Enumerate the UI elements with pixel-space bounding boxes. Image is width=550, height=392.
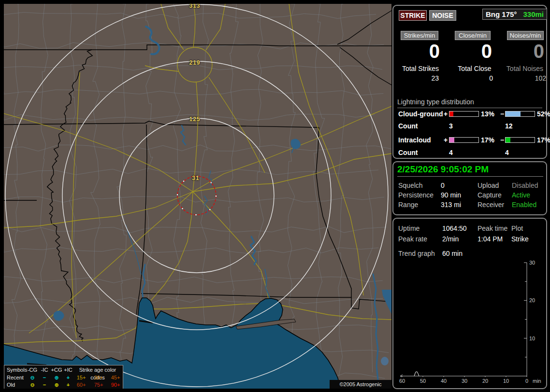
recent-neg-ic-icon: − [38, 374, 51, 381]
status-panel: 2/25/2026 9:05:02 PM Squelch 0 Upload Di… [392, 161, 547, 215]
ring-label-31: 31 [192, 175, 199, 182]
uptime-label: Uptime [398, 224, 442, 232]
close-per-min-chip[interactable]: Close/min [455, 31, 491, 40]
y-tick-10: 10 [529, 336, 535, 341]
ic-minus-bar [505, 137, 535, 143]
range-label: Range [398, 201, 441, 209]
squelch-label: Squelch [398, 182, 441, 189]
cg-minus-bar [505, 111, 535, 117]
range-value: 313 mi [441, 201, 478, 209]
plot-label: Plot [511, 224, 546, 232]
copyright-notice: ©2005 Astrogenic Systems [330, 380, 391, 389]
count-label: Count [398, 122, 444, 130]
capture-status: Active [512, 191, 547, 199]
age-45: 45+ [108, 374, 123, 381]
x-tick-20: 20 [482, 378, 488, 384]
legend-symbols-header: Symbols [7, 366, 26, 374]
strikes-per-min-value: 0 [395, 41, 440, 62]
old-neg-ic-icon: − [38, 381, 51, 389]
plus-sign: + [444, 110, 448, 118]
intracloud-label: Intracloud [398, 136, 444, 144]
x-tick-40: 40 [441, 378, 447, 384]
age-90: 90+ [108, 381, 123, 389]
cloud-ground-count-row: Count 3 12 [393, 122, 546, 130]
cg-plus-pct: 13% [481, 110, 500, 118]
total-close-label: Total Close [450, 65, 499, 72]
noises-per-min-chip[interactable]: Noises/min [507, 31, 544, 40]
plot-mode-value: Strike [511, 235, 546, 243]
y-tick-20: 20 [529, 297, 535, 303]
strike-map[interactable]: 31 125 219 313 Symbols -CG -IC +CG +IC S… [4, 4, 391, 389]
x-tick-60: 60 [399, 378, 405, 384]
peak-rate-value: 2/min [442, 235, 477, 243]
intracloud-count-row: Count 4 4 [393, 149, 546, 156]
noises-per-min-value: 0 [500, 41, 544, 62]
cg-plus-count: 3 [449, 122, 453, 130]
trend-window-value: 60 min [442, 250, 477, 257]
close-per-min-value: 0 [448, 41, 492, 62]
peak-time-label: Peak time [478, 224, 511, 232]
strikes-per-min-chip[interactable]: Strikes/min [401, 31, 438, 40]
trend-graph: 6050403020100102030 min [393, 257, 547, 389]
lightning-detector-app: 31 125 219 313 Symbols -CG -IC +CG +IC S… [0, 0, 550, 392]
old-pos-ic-icon: + [62, 381, 74, 389]
y-tick-30: 30 [529, 260, 535, 266]
trend-graph-label: Trend graph [398, 250, 442, 257]
bearing-value: Bng 175° [486, 10, 517, 18]
cg-minus-count: 12 [505, 122, 513, 130]
trend-chart-canvas [393, 257, 547, 377]
x-axis-unit: min [533, 378, 541, 384]
plus-sign: + [444, 136, 448, 144]
cloud-ground-row: Cloud-ground + 13% − 52% [393, 110, 546, 118]
recent-pos-cg-icon: ⊕ [50, 374, 63, 381]
peak-rate-label: Peak rate [398, 235, 442, 243]
cg-minus-pct: 52% [537, 110, 550, 118]
intracloud-row: Intracloud + 17% − 17% [393, 136, 546, 144]
upload-label: Upload [478, 182, 511, 189]
receiver-status: Enabled [512, 201, 547, 209]
cloud-ground-label: Cloud-ground [398, 110, 444, 118]
x-tick-50: 50 [420, 378, 426, 384]
symbol-legend: Symbols -CG -IC +CG +IC Strike age color… [4, 365, 123, 389]
recent-neg-cg-icon: ⊖ [26, 374, 39, 381]
ring-label-219: 219 [189, 59, 200, 66]
distribution-title: Lightning type distribution [397, 98, 542, 108]
trend-panel: Uptime 1064:50 Peak time Plot Peak rate … [392, 218, 547, 389]
total-close-value: 0 [450, 74, 493, 82]
legend-col-neg-ic: -IC [38, 366, 51, 374]
ring-label-125: 125 [189, 116, 200, 123]
noise-mode-button[interactable]: NOISE [429, 10, 456, 21]
ic-plus-pct: 17% [481, 136, 500, 144]
recent-pos-ic-icon: + [62, 374, 74, 381]
counters-panel: STRIKE NOISE Bng 175° 330mi Strikes/min … [392, 5, 547, 159]
strike-mode-button[interactable]: STRIKE [399, 10, 427, 21]
bearing-indicator: Bng 175° 330mi [482, 9, 547, 20]
cg-plus-bar [449, 111, 479, 117]
ic-plus-count: 4 [449, 149, 453, 156]
x-tick-10: 10 [503, 378, 509, 384]
old-neg-cg-icon: ⊖ [26, 381, 39, 389]
clock: 2/25/2026 9:05:02 PM [397, 164, 543, 177]
legend-col-pos-cg: +CG [50, 366, 63, 374]
squelch-value: 0 [441, 182, 478, 189]
ic-minus-pct: 17% [537, 136, 550, 144]
receiver-label: Receiver [478, 201, 511, 209]
x-tick-30: 30 [462, 378, 467, 384]
minus-sign: − [500, 110, 504, 118]
trend-series [414, 372, 419, 376]
uptime-value: 1064:50 [442, 224, 477, 232]
upload-status: Disabled [512, 182, 547, 189]
minus-sign: − [500, 136, 504, 144]
persistence-label: Persistence [398, 191, 441, 199]
age-60: 60+ [73, 381, 89, 389]
total-strikes-value: 23 [396, 74, 439, 82]
peak-time-value: 1:04 PM [478, 235, 511, 243]
ring-label-313: 313 [189, 4, 200, 9]
capture-label: Capture [478, 191, 511, 199]
x-tick-0: 0 [525, 378, 528, 384]
old-pos-cg-icon: ⊕ [50, 381, 63, 389]
legend-old-label: Old [7, 381, 26, 389]
age-15: 15+ [73, 374, 89, 381]
bearing-range: 330mi [523, 9, 544, 19]
total-noises-label: Total Noises [501, 65, 549, 72]
